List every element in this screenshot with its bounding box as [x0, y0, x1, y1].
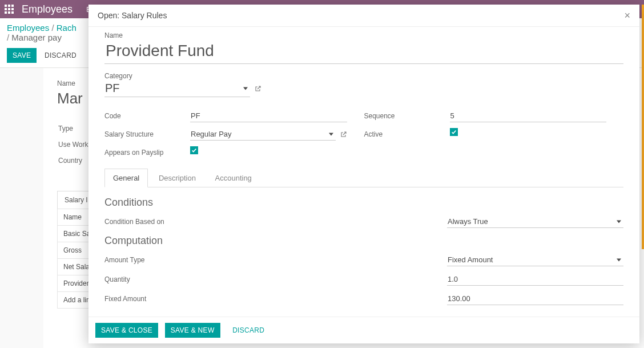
fixed-amount-field[interactable]	[447, 293, 623, 305]
sequence-field[interactable]	[450, 110, 607, 122]
amount-type-label: Amount Type	[104, 256, 447, 264]
fixed-amount-label: Fixed Amount	[104, 295, 447, 303]
name-field[interactable]	[104, 39, 623, 64]
category-field[interactable]	[104, 80, 250, 97]
active-label: Active	[364, 128, 450, 138]
modal-title: Open: Salary Rules	[98, 11, 624, 20]
code-label: Code	[104, 110, 190, 122]
amount-type-field[interactable]	[447, 254, 623, 266]
conditions-heading: Conditions	[104, 197, 623, 209]
tab-description[interactable]: Description	[150, 169, 204, 187]
active-checkbox[interactable]	[450, 128, 458, 136]
modal-body: Name Category Code Sequenc	[88, 27, 639, 317]
category-label: Category	[104, 72, 623, 80]
salary-rule-modal: Open: Salary Rules × Name Category	[88, 5, 639, 343]
inner-tabs: General Description Accounting	[104, 168, 623, 187]
save-new-button[interactable]: SAVE & NEW	[165, 323, 220, 338]
code-field[interactable]	[190, 110, 347, 122]
save-close-button[interactable]: SAVE & CLOSE	[95, 323, 158, 338]
modal-header: Open: Salary Rules ×	[88, 5, 639, 27]
salary-structure-label: Salary Structure	[104, 128, 190, 141]
tab-accounting[interactable]: Accounting	[207, 169, 260, 187]
condition-based-on-field[interactable]	[447, 215, 623, 228]
quantity-label: Quantity	[104, 275, 447, 283]
close-icon[interactable]: ×	[624, 10, 630, 21]
tab-general[interactable]: General	[104, 169, 148, 187]
external-link-icon[interactable]	[255, 85, 261, 92]
modal-footer: SAVE & CLOSE SAVE & NEW DISCARD	[88, 317, 639, 343]
modal-discard-button[interactable]: DISCARD	[227, 323, 270, 338]
quantity-field[interactable]	[447, 273, 623, 286]
salary-structure-field[interactable]	[190, 128, 336, 141]
appears-checkbox[interactable]	[190, 146, 198, 154]
computation-heading: Computation	[104, 235, 623, 247]
name-label: Name	[104, 31, 623, 39]
condition-based-on-label: Condition Based on	[104, 218, 447, 226]
sequence-label: Sequence	[364, 110, 450, 122]
appears-label: Appears on Payslip	[104, 146, 190, 157]
external-link-icon[interactable]	[340, 131, 347, 138]
